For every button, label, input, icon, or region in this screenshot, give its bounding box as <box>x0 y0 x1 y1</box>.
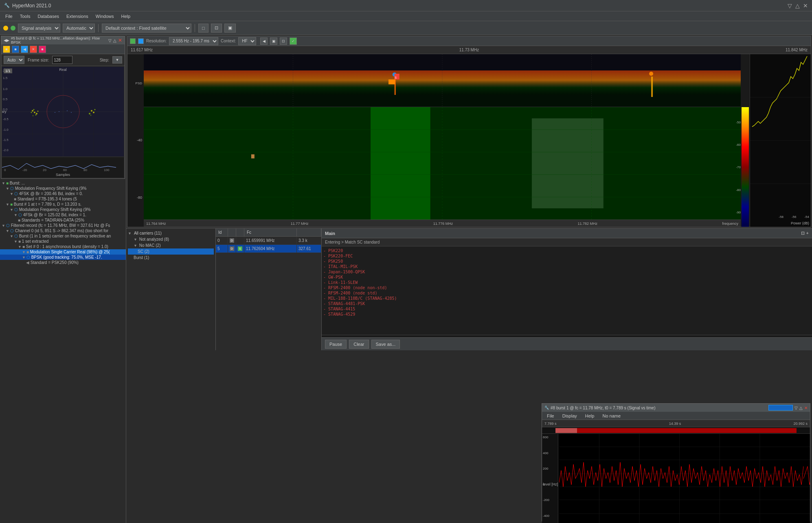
svt-close-btn[interactable]: ✕ <box>804 406 808 410</box>
samples-plot: Samples 0 -20 20 60 80 100 <box>2 157 124 178</box>
svt-menu-help[interactable]: Help <box>582 413 598 419</box>
carriers-burst[interactable]: Burst (1) <box>128 255 214 261</box>
psd-val-40: -40 <box>137 138 142 142</box>
svt-menu-noname[interactable]: No name <box>599 413 624 419</box>
tree-item-10[interactable]: ▼⬡ Burst (1 in 1 sets) carrier on freque… <box>0 233 126 239</box>
layout-btn-3[interactable]: ▣ <box>224 24 236 33</box>
tree-item-9[interactable]: ▼⬡ Channel 0 (id 5, 851 S -> 862.347 ms)… <box>0 228 126 233</box>
output-psk220fec: - PSK220-FEC <box>323 253 810 259</box>
save-as-button[interactable]: Save as... <box>371 340 400 349</box>
freq-left: 11.617 MHz <box>131 48 153 52</box>
minimize-btn[interactable]: ▽ <box>788 2 792 9</box>
spectrum-content: PSD -40 -80 <box>127 54 811 227</box>
const-tool-2[interactable]: ■ <box>12 46 19 53</box>
signal-vs-time-window: 🔧 #8 burst 1 @ fc = 11.78 MHz, t0 = 7.78… <box>542 403 810 521</box>
carriers-not-analyzed[interactable]: ▼ Not analyzed (8) <box>128 236 214 242</box>
tree-item-0[interactable]: ▼■ Burst: ... <box>0 180 126 186</box>
const-tool-3[interactable]: ◀ <box>21 46 28 53</box>
menu-windows[interactable]: Windows <box>92 13 117 20</box>
tree-item-2[interactable]: ▼⬡ 4FSK @ Br = 200.46 Bd, index = 0. <box>0 191 126 196</box>
burst-row-5[interactable]: 5 D S 11.762604 MHz 327.61 <box>216 245 321 253</box>
spec-tool-1[interactable]: ◀ <box>260 37 268 45</box>
menu-file[interactable]: File <box>2 13 16 20</box>
spec-tool-4[interactable]: ✓ <box>290 37 297 45</box>
svg-rect-41 <box>251 154 255 158</box>
svt-nav-down[interactable]: ▽ <box>794 406 798 410</box>
context-select[interactable]: Default context : Fixed satellite <box>102 24 191 33</box>
const-auto-select[interactable]: Auto <box>4 56 24 64</box>
waterfall-svg <box>144 107 741 220</box>
svg-rect-52 <box>559 434 810 523</box>
output-rfsm-s: - RFSM-2400 (node std) <box>323 290 810 296</box>
tree-item-12[interactable]: ▼■ Set # 0 : 1 asynchronous burst (densi… <box>0 244 126 249</box>
context-value-select[interactable]: HF <box>238 37 256 45</box>
y-scale-m2: -1.0 <box>3 128 9 132</box>
constellation-plot: 1/1 Real <box>2 67 124 156</box>
menu-extensions[interactable]: Extensions <box>63 13 92 20</box>
tree-item-11[interactable]: ▼■ 1 set extracted <box>0 239 126 244</box>
svt-title-bar: 🔧 #8 burst 1 @ fc = 11.78 MHz, t0 = 7.78… <box>542 404 810 412</box>
carriers-no-mac[interactable]: ▼ No MAC (2) <box>128 242 214 248</box>
tree-item-7[interactable]: ■ Standards = TADIRAN-DATA (25% <box>0 218 126 223</box>
burst-row-0[interactable]: 0 D 11.659991 MHz 3.3 k <box>216 237 321 245</box>
resolution-select[interactable]: 2.555 Hz - 195.7 ms <box>169 37 218 45</box>
spec-tool-2[interactable]: ▣ <box>270 37 277 45</box>
constellation-close-btn[interactable]: ✕ <box>118 37 122 43</box>
cell-fc-5: 11.762604 MHz <box>244 245 297 253</box>
const-grid-svg <box>2 67 124 156</box>
col-s <box>236 229 244 236</box>
step-dropdown[interactable]: ▼ <box>112 56 122 64</box>
const-nav-up[interactable]: ▽ <box>108 38 112 43</box>
clear-button[interactable]: Clear <box>349 340 369 349</box>
psd-svg: S <box>144 54 741 107</box>
tree-item-3[interactable]: ■ Standard = F7B-195.3 4 tones (5 <box>0 196 126 202</box>
svt-time-mid: 14.39 s <box>669 422 681 426</box>
add-icon[interactable]: + <box>806 231 809 236</box>
close-app-btn[interactable]: ✕ <box>803 2 808 9</box>
const-tool-4[interactable]: ✕ <box>30 46 37 53</box>
svt-menu-display[interactable]: Display <box>559 413 580 419</box>
tree-item-15[interactable]: ◀ Standard = PSK250 (90%) <box>0 260 126 265</box>
spec-icon-1[interactable] <box>130 38 136 44</box>
tree-item-8[interactable]: ▼⬡ Filtered record (fc = 11.76 MHz, BW =… <box>0 223 126 228</box>
tree-panel: ▼■ Burst: ... ▼⬡ Modulation Frequency Sh… <box>0 180 126 523</box>
toolbar-sep1 <box>98 24 99 32</box>
output-stanag4415: - STANAG-4415 <box>323 306 810 312</box>
automatic-select[interactable]: Automatic <box>63 24 95 33</box>
svt-nav-up[interactable]: △ <box>799 406 803 410</box>
tree-item-6[interactable]: ▼⬡ 4FSk @ Br = 125.02 Bd, index = 1. <box>0 212 126 218</box>
svg-point-20 <box>55 112 55 113</box>
spec-icon-2[interactable] <box>138 38 144 44</box>
signal-analysis-select[interactable]: Signal analysis <box>18 24 60 33</box>
svt-time-bar: 7.789 s 14.39 s 20.992 s <box>542 420 810 427</box>
tree-item-13[interactable]: ▼■ Modulation Single Carrier Real (98%) … <box>0 249 126 255</box>
const-nav-down[interactable]: △ <box>113 38 116 43</box>
tree-item-5[interactable]: ▼⬡ Modulation Frequency Shift Keying (9% <box>0 207 126 212</box>
carriers-sc[interactable]: SC (2) <box>128 248 214 255</box>
maximize-btn[interactable]: △ <box>795 2 800 9</box>
const-tool-5[interactable]: ■ <box>39 46 46 53</box>
const-tool-1[interactable]: ■ <box>3 46 10 53</box>
svt-y-label: Signal level [Hz] <box>542 482 558 486</box>
freq-b-r3: 11.782 MHz <box>578 222 598 226</box>
svg-point-6 <box>34 112 35 113</box>
layout-btn-1[interactable]: □ <box>198 24 208 33</box>
cell-id-5: 5 <box>216 245 228 253</box>
menu-databases[interactable]: Databases <box>34 13 62 20</box>
pause-button[interactable]: Pause <box>325 340 347 349</box>
output-mil188: - MIL-188-110B/C (STANAG-4285) <box>323 296 810 301</box>
tree-item-14[interactable]: ▼⬡ BPSK (good tracking: 75.0%, MSE -17. <box>0 255 126 260</box>
tree-item-1[interactable]: ▼⬡ Modulation Frequency Shift Keying (9% <box>0 186 126 191</box>
tree-item-4[interactable]: ▼■ Burst # 1 at t = 7.789 s, D = 13.203 … <box>0 202 126 207</box>
psd-label: PSD <box>136 81 142 85</box>
status-indicator-yellow <box>3 26 8 31</box>
menu-help[interactable]: Help <box>118 13 134 20</box>
layout-btn-2[interactable]: ⊡ <box>211 24 222 33</box>
spec-tool-3[interactable]: ⊡ <box>280 37 287 45</box>
svt-menu-file[interactable]: File <box>544 413 557 419</box>
frame-size-input[interactable] <box>52 56 72 64</box>
constellation-window: ◀▶ #5 burst 0 @ fc = 11.763 MHz...ellati… <box>1 36 125 179</box>
window-controls[interactable]: ▽ △ ✕ <box>788 2 808 9</box>
expand-icon[interactable]: ⊡ <box>801 231 805 236</box>
menu-tools[interactable]: Tools <box>17 13 34 20</box>
